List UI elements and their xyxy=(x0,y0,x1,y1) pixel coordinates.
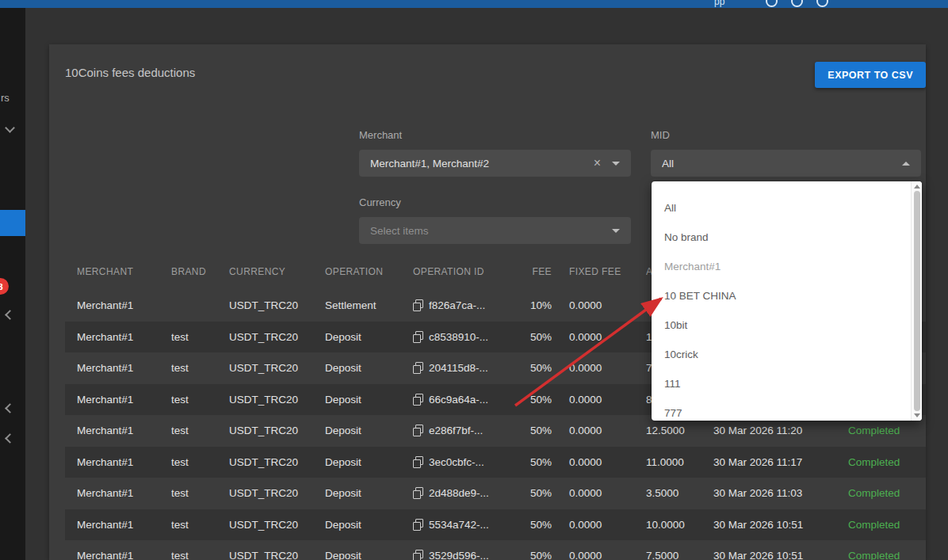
topbar-icon-1[interactable] xyxy=(766,0,778,7)
cell-amount: 12.5000 xyxy=(646,425,713,436)
copy-icon[interactable] xyxy=(413,519,423,531)
cell-brand: test xyxy=(171,362,229,374)
copy-icon[interactable] xyxy=(413,456,423,468)
sidebar-active-item[interactable] xyxy=(0,210,25,236)
cell-date: 30 Mar 2026 10:51 xyxy=(713,550,848,560)
operation-id-text: 204115d8-... xyxy=(429,362,488,374)
cell-fixed-fee: 0.0000 xyxy=(552,487,646,499)
currency-select[interactable]: Select items xyxy=(359,217,631,244)
header-brand: BRAND xyxy=(171,266,229,277)
copy-icon[interactable] xyxy=(413,394,423,406)
dropdown-item[interactable]: 10bit xyxy=(652,310,912,340)
cell-operation-id: f826a7ca-... xyxy=(413,299,516,311)
export-to-csv-button[interactable]: EXPORT TO CSV xyxy=(815,62,926,88)
merchant-filter-label: Merchant xyxy=(359,129,402,141)
cell-status: Completed xyxy=(848,519,926,531)
chevron-down-icon[interactable] xyxy=(5,123,15,133)
cell-operation: Deposit xyxy=(325,487,413,499)
header-operation-id: OPERATION ID xyxy=(413,266,516,277)
cell-operation-id: 66c9a64a-... xyxy=(413,394,516,406)
chevron-down-icon[interactable] xyxy=(612,229,620,233)
chevron-left-icon[interactable] xyxy=(5,403,15,413)
dropdown-item[interactable]: All xyxy=(652,193,912,223)
table-row: Merchant#1testUSDT_TRC20Deposit3529d596-… xyxy=(65,540,926,560)
header-merchant: MERCHANT xyxy=(77,266,171,277)
cell-operation-id: 3529d596-... xyxy=(413,550,516,560)
cell-fee: 50% xyxy=(516,362,552,374)
cell-brand: test xyxy=(171,456,229,468)
cell-amount: 3.5000 xyxy=(646,487,713,499)
chevron-down-icon[interactable] xyxy=(612,162,620,166)
cell-brand: test xyxy=(171,331,229,343)
copy-icon[interactable] xyxy=(413,425,423,436)
cell-operation: Deposit xyxy=(325,456,413,468)
table-row: Merchant#1testUSDT_TRC20Deposit2d488de9-… xyxy=(65,478,926,509)
cell-currency: USDT_TRC20 xyxy=(229,519,325,531)
cell-fixed-fee: 0.0000 xyxy=(552,299,646,311)
scroll-up-icon[interactable] xyxy=(914,185,920,189)
cell-currency: USDT_TRC20 xyxy=(229,456,325,468)
cell-operation-id: c8538910-... xyxy=(413,331,516,343)
cell-fee: 50% xyxy=(516,487,552,499)
cell-currency: USDT_TRC20 xyxy=(229,487,325,499)
copy-icon[interactable] xyxy=(413,362,423,374)
dropdown-scrollbar[interactable] xyxy=(911,181,922,421)
chevron-left-icon[interactable] xyxy=(5,433,15,444)
dropdown-item[interactable]: No brand xyxy=(652,223,912,252)
dropdown-item[interactable]: 10crick xyxy=(652,340,912,369)
cell-merchant: Merchant#1 xyxy=(77,487,171,499)
operation-id-text: 3ec0cbfc-... xyxy=(429,456,484,468)
cell-fixed-fee: 0.0000 xyxy=(552,425,646,436)
cell-fixed-fee: 0.0000 xyxy=(552,394,646,406)
scroll-down-icon[interactable] xyxy=(914,413,920,417)
cell-merchant: Merchant#1 xyxy=(77,456,171,468)
cell-operation-id: 204115d8-... xyxy=(413,362,516,374)
mid-dropdown-menu: AllNo brandMerchant#110 BET CHINA10bit10… xyxy=(652,181,922,421)
copy-icon[interactable] xyxy=(413,487,423,499)
cell-fixed-fee: 0.0000 xyxy=(552,519,646,531)
cell-status: Completed xyxy=(848,550,926,560)
mid-select[interactable]: All xyxy=(651,150,921,177)
header-operation: OPERATION xyxy=(325,266,413,277)
cell-merchant: Merchant#1 xyxy=(77,299,171,311)
mid-filter-label: MID xyxy=(651,129,670,141)
cell-status: Completed xyxy=(848,456,926,468)
topbar-text-fragment: pp xyxy=(714,0,724,7)
clear-icon[interactable]: × xyxy=(594,157,601,170)
cell-operation-id: 5534a742-... xyxy=(413,519,516,531)
cell-operation: Deposit xyxy=(325,550,413,560)
cell-merchant: Merchant#1 xyxy=(77,550,171,560)
cell-status: Completed xyxy=(848,487,926,499)
topbar-icon-2[interactable] xyxy=(791,0,803,7)
cell-amount: 11.0000 xyxy=(646,456,713,468)
operation-id-text: 2d488de9-... xyxy=(429,487,489,499)
cell-fixed-fee: 0.0000 xyxy=(552,550,646,560)
copy-icon[interactable] xyxy=(413,299,423,311)
dropdown-item[interactable]: 777 xyxy=(652,398,912,421)
cell-merchant: Merchant#1 xyxy=(77,519,171,531)
topbar-icon-3[interactable] xyxy=(816,0,828,7)
cell-operation: Deposit xyxy=(325,519,413,531)
cell-fee: 10% xyxy=(516,299,552,311)
cell-operation: Deposit xyxy=(325,362,413,374)
dropdown-item[interactable]: Merchant#1 xyxy=(652,252,912,281)
cell-date: 30 Mar 2026 11:17 xyxy=(713,456,848,468)
copy-icon[interactable] xyxy=(413,331,423,343)
page-title: 10Coins fees deductions xyxy=(65,66,195,79)
copy-icon[interactable] xyxy=(413,550,423,560)
scrollbar-thumb[interactable] xyxy=(914,191,920,411)
chevron-left-icon[interactable] xyxy=(5,310,15,320)
dropdown-item[interactable]: 111 xyxy=(652,369,912,398)
cell-currency: USDT_TRC20 xyxy=(229,394,325,406)
cell-status: Completed xyxy=(848,425,926,436)
notification-badge: 8 xyxy=(0,278,9,295)
cell-brand: test xyxy=(171,519,229,531)
cell-operation-id: 3ec0cbfc-... xyxy=(413,456,516,468)
cell-fee: 50% xyxy=(516,331,552,343)
cell-operation: Deposit xyxy=(325,331,413,343)
cell-date: 30 Mar 2026 11:03 xyxy=(713,487,848,499)
sidebar: rs 8 xyxy=(0,8,25,560)
chevron-up-icon[interactable] xyxy=(902,162,910,166)
merchant-select[interactable]: Merchant#1, Merchant#2 × xyxy=(359,150,631,177)
dropdown-item[interactable]: 10 BET CHINA xyxy=(652,281,912,310)
